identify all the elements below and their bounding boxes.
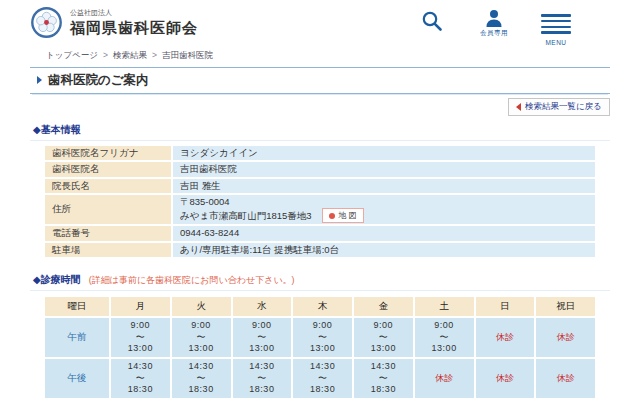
breadcrumb: トップページ>検索結果>吉田歯科医院: [0, 46, 640, 62]
info-row: 駐車場あり/専用駐車場:11台 提携駐車場:0台: [45, 243, 595, 257]
association-logo-icon: [30, 6, 63, 39]
info-value: 吉田歯科医院: [173, 162, 595, 176]
info-label: 歯科医院名フリガナ: [45, 146, 171, 160]
hours-col: 土: [415, 297, 474, 316]
page: { "header": { "org_type": "公益社団法人", "org…: [0, 0, 640, 400]
time-cell: 14:30〜18:30: [293, 359, 352, 398]
daypart-label: 午後: [45, 359, 109, 398]
hours-col: 水: [233, 297, 292, 316]
back-row: 検索結果一覧に戻る: [30, 97, 610, 116]
section-basic-info-heading: ◆基本情報: [30, 116, 610, 141]
time-cell: 14:30〜18:30: [354, 359, 413, 398]
hours-col: 日: [476, 297, 535, 316]
map-button[interactable]: 地 図: [322, 208, 364, 223]
map-marker-icon: [329, 213, 335, 219]
closed-cell: 休診: [536, 318, 595, 357]
info-row: 電話番号0944-63-8244: [45, 226, 595, 240]
info-row: 歯科医院名フリガナヨシダシカイイン: [45, 146, 595, 160]
info-value: ヨシダシカイイン: [173, 146, 595, 160]
time-cell: 9:00〜13:00: [111, 318, 170, 357]
breadcrumb-link[interactable]: トップページ: [46, 50, 98, 60]
map-button-label: 地 図: [339, 211, 357, 221]
hours-note: (詳細は事前に各歯科医院にお問い合わせ下さい。): [89, 275, 295, 285]
time-cell: 14:30〜18:30: [111, 359, 170, 398]
hours-heading-text: ◆診療時間: [33, 274, 81, 285]
time-cell: 14:30〜18:30: [172, 359, 231, 398]
hamburger-icon: [541, 9, 571, 37]
info-label: 院長氏名: [45, 179, 171, 193]
hours-row: 午前9:00〜13:009:00〜13:009:00〜13:009:00〜13:…: [45, 318, 595, 357]
basic-info-table: 歯科医院名フリガナヨシダシカイイン歯科医院名吉田歯科医院院長氏名吉田 雅生住所〒…: [43, 144, 597, 259]
info-value: あり/専用駐車場:11台 提携駐車場:0台: [173, 243, 595, 257]
basic-info-body: 歯科医院名フリガナヨシダシカイイン歯科医院名吉田歯科医院院長氏名吉田 雅生住所〒…: [45, 146, 595, 257]
hours-col: 祝日: [536, 297, 595, 316]
hours-col: 木: [293, 297, 352, 316]
hours-body: 午前9:00〜13:009:00〜13:009:00〜13:009:00〜13:…: [45, 318, 595, 398]
breadcrumb-current: 吉田歯科医院: [162, 50, 213, 60]
info-row: 歯科医院名吉田歯科医院: [45, 162, 595, 176]
member-icon: [484, 9, 504, 27]
menu-label: MENU: [545, 39, 566, 46]
info-label: 住所: [45, 195, 171, 224]
breadcrumb-link[interactable]: 検索結果: [113, 50, 147, 60]
page-title-bar: 歯科医院のご案内: [30, 67, 610, 94]
info-row: 住所〒835-0004みやま市瀬高町山門1815番地3地 図: [45, 195, 595, 224]
hours-col: 金: [354, 297, 413, 316]
closed-cell: 休診: [476, 359, 535, 398]
brand[interactable]: 公益社団法人 福岡県歯科医師会: [30, 6, 198, 39]
search-button[interactable]: [410, 9, 454, 46]
back-label: 検索結果一覧に戻る: [525, 101, 602, 113]
site-header: 公益社団法人 福岡県歯科医師会 会員専用 MENU: [0, 0, 640, 46]
triangle-right-icon: [37, 76, 42, 84]
search-icon: [420, 9, 444, 33]
time-cell: 14:30〜18:30: [233, 359, 292, 398]
hours-col-day: 曜日: [45, 297, 109, 316]
breadcrumb-separator: >: [152, 50, 157, 60]
postal-code: 〒835-0004: [180, 196, 588, 208]
info-row: 院長氏名吉田 雅生: [45, 179, 595, 193]
hours-col: 火: [172, 297, 231, 316]
time-cell: 9:00〜13:00: [354, 318, 413, 357]
address-text: みやま市瀬高町山門1815番地3: [180, 210, 312, 222]
time-cell: 9:00〜13:00: [415, 318, 474, 357]
time-cell: 9:00〜13:00: [293, 318, 352, 357]
closed-cell: 休診: [415, 359, 474, 398]
menu-button[interactable]: MENU: [534, 9, 578, 46]
breadcrumb-separator: >: [103, 50, 108, 60]
closed-cell: 休診: [476, 318, 535, 357]
hours-col: 月: [111, 297, 170, 316]
time-cell: 9:00〜13:00: [172, 318, 231, 357]
closed-cell: 休診: [536, 359, 595, 398]
org-name: 福岡県歯科医師会: [70, 19, 198, 38]
info-label: 電話番号: [45, 226, 171, 240]
info-value: 吉田 雅生: [173, 179, 595, 193]
info-value: 〒835-0004みやま市瀬高町山門1815番地3地 図: [173, 195, 595, 224]
section-hours-heading: ◆診療時間(詳細は事前に各歯科医院にお問い合わせ下さい。): [30, 259, 610, 291]
daypart-label: 午前: [45, 318, 109, 357]
info-value: 0944-63-8244: [173, 226, 595, 240]
page-title: 歯科医院のご案内: [48, 72, 149, 89]
triangle-left-icon: [516, 103, 521, 111]
info-label: 歯科医院名: [45, 162, 171, 176]
header-icons: 会員専用 MENU: [410, 6, 578, 46]
hours-header-row: 曜日月火水木金土日祝日: [45, 297, 595, 316]
basic-info-heading-text: ◆基本情報: [33, 124, 81, 135]
time-cell: 9:00〜13:00: [233, 318, 292, 357]
brand-text: 公益社団法人 福岡県歯科医師会: [70, 8, 198, 38]
member-button[interactable]: 会員専用: [472, 9, 516, 46]
member-label: 会員専用: [480, 29, 508, 38]
hours-table: 曜日月火水木金土日祝日 午前9:00〜13:009:00〜13:009:00〜1…: [43, 295, 597, 400]
info-label: 駐車場: [45, 243, 171, 257]
org-type: 公益社団法人: [70, 8, 198, 18]
back-to-results-link[interactable]: 検索結果一覧に戻る: [508, 98, 610, 116]
hours-row: 午後14:30〜18:3014:30〜18:3014:30〜18:3014:30…: [45, 359, 595, 398]
